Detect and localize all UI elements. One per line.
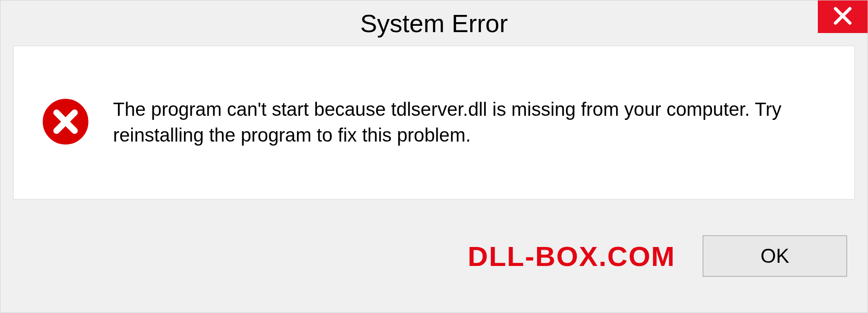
ok-button-label: OK bbox=[760, 245, 789, 267]
watermark-text: DLL-BOX.COM bbox=[468, 240, 675, 272]
error-icon bbox=[41, 97, 90, 148]
ok-button[interactable]: OK bbox=[703, 235, 847, 277]
error-message: The program can't start because tdlserve… bbox=[113, 97, 827, 148]
dialog-footer: DLL-BOX.COM OK bbox=[0, 199, 868, 313]
error-dialog-window: System Error The program can't start bec… bbox=[0, 0, 868, 313]
close-icon bbox=[833, 6, 853, 28]
titlebar: System Error bbox=[0, 0, 868, 46]
content-panel: The program can't start because tdlserve… bbox=[13, 46, 855, 199]
close-button[interactable] bbox=[818, 0, 868, 33]
dialog-title: System Error bbox=[360, 9, 508, 38]
